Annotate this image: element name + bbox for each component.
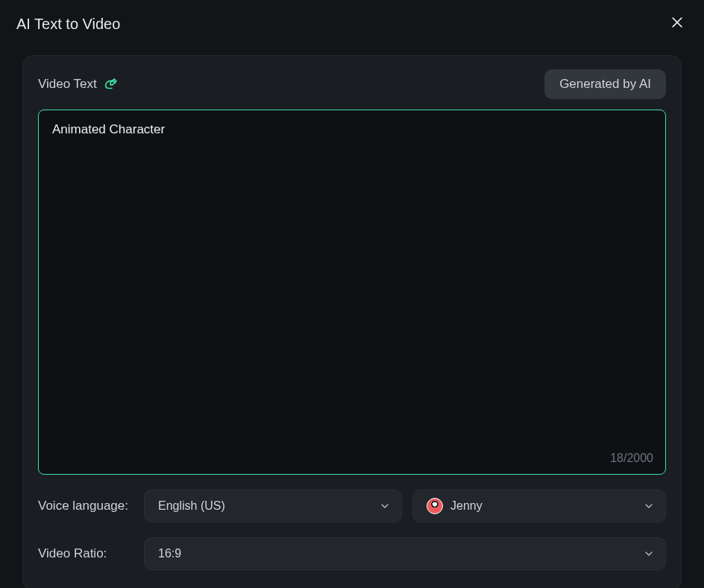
voice-name-value: Jenny xyxy=(450,499,483,513)
video-text-label: Video Text xyxy=(38,77,97,92)
close-button[interactable] xyxy=(667,13,688,34)
panel-header-left: Video Text xyxy=(38,76,119,92)
voice-avatar-icon xyxy=(427,498,443,514)
dialog-header: AI Text to Video xyxy=(0,0,704,42)
main-panel: Video Text Generated by AI 18/2000 Voice… xyxy=(22,55,682,588)
dialog-title: AI Text to Video xyxy=(16,16,120,33)
video-text-input-wrap: 18/2000 xyxy=(38,110,666,475)
voice-language-label: Voice language: xyxy=(38,499,133,513)
chevron-down-icon xyxy=(643,548,655,560)
video-text-input[interactable] xyxy=(39,110,665,474)
panel-header: Video Text Generated by AI xyxy=(38,69,666,99)
close-icon xyxy=(670,15,685,33)
voice-language-value: English (US) xyxy=(158,499,225,513)
ratio-row: Video Ratio: 16:9 xyxy=(38,537,666,570)
voice-row: Voice language: English (US) Jenny xyxy=(38,490,666,522)
voice-language-select[interactable]: English (US) xyxy=(144,490,402,522)
char-count: 18/2000 xyxy=(610,452,653,465)
video-ratio-label: Video Ratio: xyxy=(38,546,133,561)
chevron-down-icon xyxy=(379,500,391,512)
generated-by-ai-button[interactable]: Generated by AI xyxy=(544,69,666,99)
video-ratio-select[interactable]: 16:9 xyxy=(144,537,666,570)
voice-name-select[interactable]: Jenny xyxy=(412,490,666,522)
chevron-down-icon xyxy=(643,500,655,512)
edit-icon[interactable] xyxy=(103,76,119,92)
video-ratio-value: 16:9 xyxy=(158,547,181,560)
